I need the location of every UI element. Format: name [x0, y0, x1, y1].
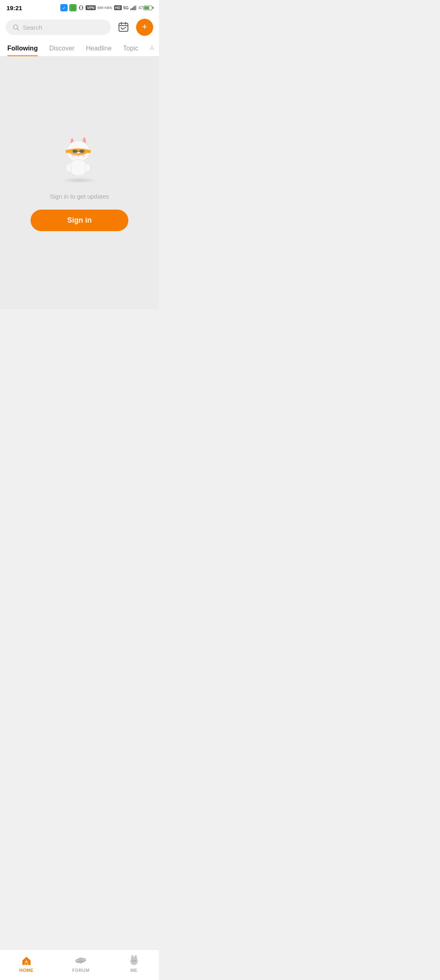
svg-line-13 [17, 28, 19, 30]
calendar-button[interactable] [115, 19, 132, 36]
app-icon-2: 🌿 [69, 4, 77, 11]
content-area: Sign in to get updates Sign in [0, 57, 159, 309]
empty-state-text: Sign in to get updates [50, 193, 109, 200]
svg-text:✓: ✓ [62, 6, 66, 10]
svg-rect-4 [80, 6, 82, 10]
svg-point-28 [81, 154, 85, 157]
mascot-image [59, 134, 100, 183]
sign-in-button[interactable]: Sign in [31, 210, 128, 231]
status-bar: 19:21 ✓ 🌿 VPN 689 KB/s HD 5G [0, 0, 159, 15]
svg-rect-9 [133, 7, 134, 10]
search-placeholder-text: Search [23, 24, 42, 31]
search-icon [12, 24, 20, 31]
add-button[interactable]: + [136, 19, 153, 36]
svg-rect-7 [130, 9, 132, 10]
hd-badge: HD [114, 5, 122, 10]
svg-point-31 [85, 164, 90, 172]
svg-text:🌿: 🌿 [70, 5, 76, 11]
svg-point-27 [71, 154, 75, 157]
network-type: 5G [123, 6, 129, 10]
svg-point-29 [69, 160, 87, 176]
battery-indicator: 47 [139, 6, 152, 10]
tab-headline[interactable]: Headline [80, 40, 117, 56]
status-time: 19:21 [7, 4, 22, 11]
svg-rect-14 [119, 23, 128, 31]
status-icons: ✓ 🌿 VPN 689 KB/s HD 5G 47 [60, 4, 152, 11]
speed-indicator: 689 KB/s [97, 6, 112, 10]
header: Search + [0, 15, 159, 40]
plus-icon: + [142, 22, 147, 31]
svg-rect-5 [79, 7, 80, 9]
tab-discover[interactable]: Discover [44, 40, 80, 56]
svg-rect-24 [79, 150, 84, 153]
tab-bar: Following Discover Headline Topic A [0, 40, 159, 57]
svg-rect-11 [136, 5, 137, 10]
svg-rect-6 [83, 7, 84, 9]
svg-point-30 [66, 164, 72, 172]
svg-rect-8 [132, 8, 133, 10]
empty-state: Sign in to get updates Sign in [31, 134, 128, 231]
app-icon-1: ✓ [60, 4, 68, 11]
svg-point-26 [77, 155, 79, 156]
signal-icon [130, 5, 137, 10]
battery-level: 47 [139, 6, 143, 10]
tab-topic[interactable]: Topic [117, 40, 144, 56]
svg-rect-23 [73, 150, 77, 153]
calendar-icon [118, 22, 129, 33]
svg-rect-10 [134, 6, 136, 10]
tab-following[interactable]: Following [2, 40, 44, 56]
vpn-badge: VPN [86, 5, 96, 10]
search-bar[interactable]: Search [6, 20, 111, 35]
tab-more[interactable]: A [144, 40, 159, 56]
vibrate-icon [78, 5, 84, 11]
